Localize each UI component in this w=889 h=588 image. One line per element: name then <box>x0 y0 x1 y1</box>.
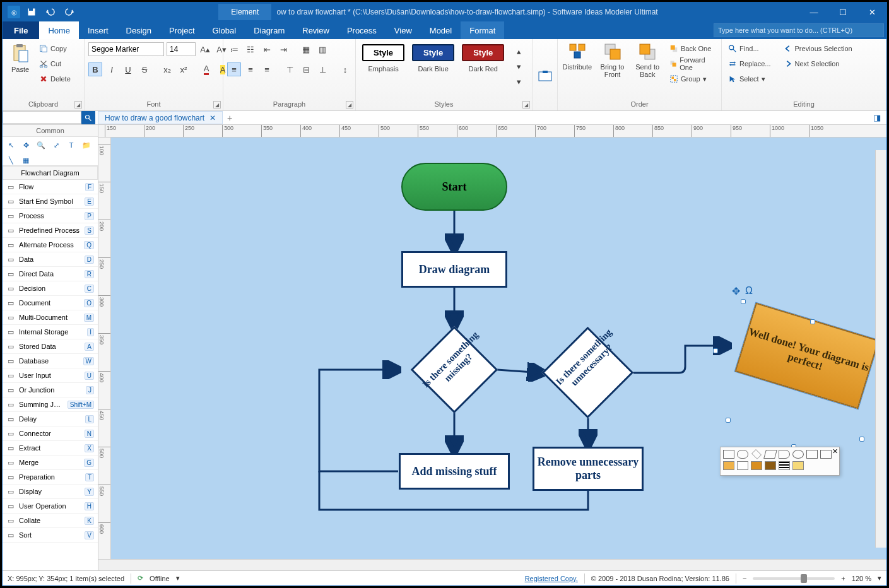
flowchart-process-add[interactable]: Add missing stuff <box>399 453 510 490</box>
toolbox-item[interactable]: ▭Alternate ProcessQ <box>3 238 98 252</box>
resize-handle[interactable] <box>741 299 746 304</box>
minimize-button[interactable]: — <box>799 3 828 21</box>
mini-color-2[interactable] <box>737 461 748 470</box>
flowchart-decision-unnecessary[interactable]: Is there something unnecessary? <box>542 327 633 418</box>
line-tool-icon[interactable]: ╲ <box>5 155 16 166</box>
menu-home[interactable]: Home <box>39 21 79 39</box>
prev-selection-button[interactable]: Previous Selection <box>781 42 855 56</box>
valign-middle-button[interactable]: ⊟ <box>299 62 313 76</box>
forward-one-button[interactable]: Forward One <box>667 57 717 71</box>
mini-shape-ellipse[interactable] <box>792 450 804 459</box>
pointer-tool-icon[interactable]: ↖ <box>5 139 16 151</box>
zoom-tool-icon[interactable]: 🔍 <box>35 139 47 151</box>
toolbox-item[interactable]: ▭DatabaseW <box>3 354 98 368</box>
menu-insert[interactable]: Insert <box>79 21 117 39</box>
valign-bottom-button[interactable]: ⊥ <box>315 62 329 76</box>
toolbox-item[interactable]: ▭MergeG <box>3 456 98 470</box>
redo-icon[interactable] <box>62 4 77 20</box>
menu-global[interactable]: Global <box>204 21 245 39</box>
flowchart-process-draw[interactable]: Draw diagram <box>401 251 507 288</box>
grid-tool-icon[interactable]: ▦ <box>20 155 32 166</box>
styles-launcher-icon[interactable]: ◢ <box>522 101 530 109</box>
flowchart-start-shape[interactable]: Start <box>401 163 507 211</box>
toolbox-item[interactable]: ▭DataD <box>3 252 98 267</box>
flowchart-decision-missing[interactable]: Is there something missing? <box>411 327 497 413</box>
paragraph-launcher-icon[interactable]: ◢ <box>346 101 353 109</box>
toolbox-item[interactable]: ▭User OperationH <box>3 499 98 514</box>
toolbox-item[interactable]: ▭SortV <box>3 528 98 543</box>
copy-button[interactable]: Copy <box>37 42 73 56</box>
next-selection-button[interactable]: Next Selection <box>781 57 855 71</box>
menu-file[interactable]: File <box>3 21 39 39</box>
mini-color-4[interactable] <box>765 461 776 470</box>
flowchart-process-remove[interactable]: Remove unnecessary parts <box>533 447 644 491</box>
dist-v-icon[interactable]: ▥ <box>315 42 329 56</box>
toolbox-item[interactable]: ▭ProcessP <box>3 209 98 223</box>
numbering-button[interactable]: ☷ <box>244 42 257 56</box>
font-launcher-icon[interactable]: ◢ <box>213 101 221 109</box>
mini-shape-roundrect[interactable] <box>737 450 748 459</box>
align-center-button[interactable]: ≡ <box>244 62 257 76</box>
ribbon-search-input[interactable] <box>714 23 884 37</box>
diagram-canvas[interactable]: Start Draw diagram Is there something mi… <box>111 138 886 559</box>
find-button[interactable]: Find... <box>726 42 774 56</box>
add-tab-icon[interactable]: + <box>223 111 237 124</box>
indent-button[interactable]: ⇥ <box>276 42 290 56</box>
spacing-button[interactable]: ↕ <box>338 62 352 76</box>
toolbox-item[interactable]: ▭Or JunctionJ <box>3 383 98 397</box>
font-color-button[interactable]: A <box>199 62 213 76</box>
toolbox-item[interactable]: ▭Stored DataA <box>3 339 98 354</box>
folder-tool-icon[interactable]: 📁 <box>81 139 92 151</box>
align-right-button[interactable]: ≡ <box>260 62 274 76</box>
toolbox-item[interactable]: ▭Predefined ProcessS <box>3 223 98 238</box>
group-button[interactable]: Group ▾ <box>667 72 717 86</box>
move-handle-icon[interactable]: ✥ <box>732 285 740 297</box>
mini-toolbar-close-icon[interactable]: ✕ <box>832 447 838 456</box>
close-button[interactable]: ✕ <box>857 3 886 21</box>
toolbox-item[interactable]: ▭PreparationT <box>3 470 98 485</box>
menu-model[interactable]: Model <box>421 21 461 39</box>
mini-color-1[interactable] <box>723 461 734 470</box>
style-darkred-button[interactable]: Style <box>462 44 504 61</box>
mini-linestyle-icon[interactable] <box>779 461 790 470</box>
document-tab[interactable]: How to draw a good flowchart ✕ <box>98 111 223 124</box>
text-tool-icon[interactable]: T <box>66 139 77 151</box>
toolbox-item[interactable]: ▭ConnectorN <box>3 426 98 441</box>
ribbon-snapshot[interactable] <box>533 39 558 110</box>
sync-icon[interactable]: ⟳ <box>138 574 143 582</box>
toolbox-item[interactable]: ▭Direct DataR <box>3 267 98 281</box>
quick-search-input[interactable] <box>3 111 81 124</box>
mini-color-5[interactable] <box>792 461 804 470</box>
toolbox-item[interactable]: ▭DelayL <box>3 412 98 426</box>
mini-shape-parallelogram[interactable] <box>763 450 777 459</box>
back-one-button[interactable]: Back One <box>667 42 717 56</box>
scrollbar-horizontal[interactable] <box>98 559 886 570</box>
offline-dropdown-icon[interactable]: ▾ <box>176 574 180 582</box>
scrollbar-vertical[interactable] <box>875 150 886 548</box>
search-icon[interactable] <box>81 111 95 124</box>
toolbox-item[interactable]: ▭User InputU <box>3 368 98 383</box>
resize-handle[interactable] <box>859 437 864 442</box>
select-button[interactable]: Select ▾ <box>726 72 774 86</box>
menu-project[interactable]: Project <box>160 21 203 39</box>
toolbox-item[interactable]: ▭Start End SymbolE <box>3 194 98 209</box>
menu-diagram[interactable]: Diagram <box>245 21 293 39</box>
toolbox-item[interactable]: ▭ExtractX <box>3 441 98 456</box>
outdent-button[interactable]: ⇤ <box>260 42 274 56</box>
increase-font-icon[interactable]: A▴ <box>198 42 212 56</box>
undo-icon[interactable] <box>43 4 58 20</box>
zoom-value[interactable]: 120 % <box>852 575 871 582</box>
zoom-out-icon[interactable]: − <box>743 575 746 582</box>
toolbox-item[interactable]: ▭Multi-DocumentM <box>3 310 98 325</box>
toolbox-item[interactable]: ▭CollateK <box>3 514 98 528</box>
mini-color-3[interactable] <box>751 461 762 470</box>
valign-top-button[interactable]: ⊤ <box>283 62 297 76</box>
rotate-handle-icon[interactable]: Ω <box>745 285 753 297</box>
mini-shape-stored[interactable] <box>779 450 790 459</box>
distribute-button[interactable]: Distribute <box>562 42 593 71</box>
cut-button[interactable]: Cut <box>37 57 73 71</box>
menu-format[interactable]: Format <box>461 21 504 39</box>
underline-button[interactable]: U <box>121 62 135 76</box>
bring-to-front-button[interactable]: Bring to Front <box>597 42 628 78</box>
style-emphasis-button[interactable]: Style <box>362 44 404 61</box>
